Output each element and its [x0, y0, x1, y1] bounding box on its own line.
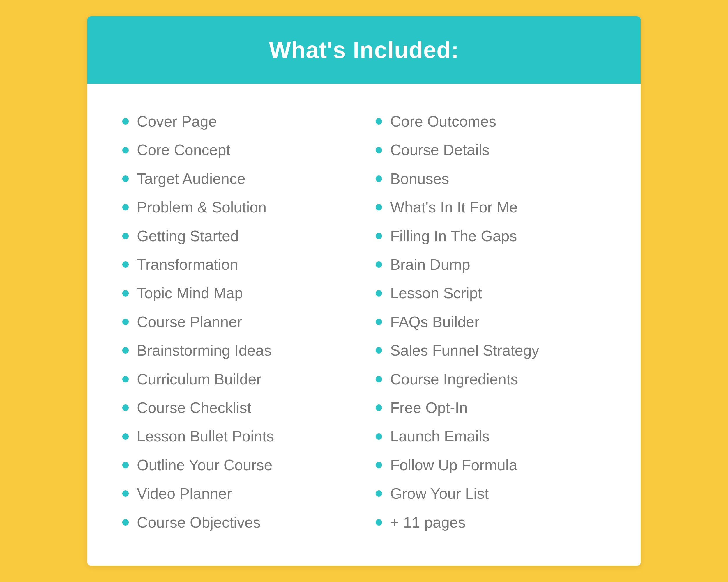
list-item: Follow Up Formula	[375, 451, 606, 479]
item-label: Core Concept	[137, 141, 230, 159]
bullet-icon	[122, 233, 129, 239]
bullet-icon	[122, 519, 129, 526]
item-label: Course Checklist	[137, 399, 251, 417]
bullet-icon	[122, 261, 129, 268]
item-label: What's In It For Me	[390, 198, 518, 216]
bullet-icon	[122, 175, 129, 182]
list-item: Launch Emails	[375, 422, 606, 450]
list-item: Lesson Bullet Points	[122, 422, 353, 450]
list-item: Grow Your List	[375, 479, 606, 508]
list-item: Outline Your Course	[122, 451, 353, 479]
bullet-icon	[375, 261, 382, 268]
left-column: Cover PageCore ConceptTarget AudiencePro…	[122, 107, 353, 536]
list-item: Filling In The Gaps	[375, 222, 606, 250]
bullet-icon	[375, 490, 382, 497]
item-label: Outline Your Course	[137, 456, 272, 474]
bullet-icon	[122, 433, 129, 440]
list-item: What's In It For Me	[375, 193, 606, 221]
item-label: Getting Started	[137, 227, 239, 245]
list-item: Course Objectives	[122, 508, 353, 536]
bullet-icon	[122, 318, 129, 325]
list-item: Brain Dump	[375, 250, 606, 279]
bullet-icon	[122, 290, 129, 297]
item-label: Course Ingredients	[390, 370, 518, 388]
item-label: Free Opt-In	[390, 399, 468, 417]
item-label: Course Details	[390, 141, 490, 159]
list-item: Bonuses	[375, 164, 606, 193]
item-label: Video Planner	[137, 484, 232, 503]
list-item: FAQs Builder	[375, 308, 606, 336]
item-label: Target Audience	[137, 170, 245, 188]
bullet-icon	[375, 462, 382, 468]
right-column: Core OutcomesCourse DetailsBonusesWhat's…	[375, 107, 606, 536]
bullet-icon	[375, 118, 382, 124]
bullet-icon	[375, 318, 382, 325]
bullet-icon	[375, 405, 382, 411]
item-label: FAQs Builder	[390, 313, 479, 331]
item-label: Launch Emails	[390, 427, 490, 445]
item-label: + 11 pages	[390, 513, 466, 531]
bullet-icon	[122, 347, 129, 354]
bullet-icon	[375, 376, 382, 382]
item-label: Problem & Solution	[137, 198, 266, 216]
item-label: Course Objectives	[137, 513, 261, 531]
item-label: Lesson Bullet Points	[137, 427, 274, 445]
list-item: Topic Mind Map	[122, 279, 353, 307]
list-item: Course Ingredients	[375, 365, 606, 393]
list-item: Video Planner	[122, 479, 353, 508]
item-label: Grow Your List	[390, 484, 489, 503]
list-item: Curriculum Builder	[122, 365, 353, 393]
bullet-icon	[375, 204, 382, 211]
bullet-icon	[122, 490, 129, 497]
card-body: Cover PageCore ConceptTarget AudiencePro…	[87, 84, 641, 566]
list-item: Sales Funnel Strategy	[375, 336, 606, 365]
bullet-icon	[375, 347, 382, 354]
bullet-icon	[122, 462, 129, 468]
list-item: Target Audience	[122, 164, 353, 193]
item-label: Course Planner	[137, 313, 242, 331]
list-item: Lesson Script	[375, 279, 606, 307]
item-label: Transformation	[137, 255, 238, 274]
list-item: Course Checklist	[122, 393, 353, 422]
item-label: Follow Up Formula	[390, 456, 517, 474]
item-label: Lesson Script	[390, 284, 482, 302]
bullet-icon	[375, 519, 382, 526]
list-item: Core Concept	[122, 136, 353, 164]
list-item: Free Opt-In	[375, 393, 606, 422]
bullet-icon	[375, 433, 382, 440]
item-label: Curriculum Builder	[137, 370, 261, 388]
item-label: Bonuses	[390, 170, 449, 188]
list-item: Brainstorming Ideas	[122, 336, 353, 365]
bullet-icon	[375, 175, 382, 182]
list-item: Course Planner	[122, 308, 353, 336]
list-item: + 11 pages	[375, 508, 606, 536]
page-title: What's Included:	[111, 37, 617, 63]
item-label: Sales Funnel Strategy	[390, 341, 539, 359]
list-item: Getting Started	[122, 222, 353, 250]
item-label: Topic Mind Map	[137, 284, 243, 302]
list-item: Transformation	[122, 250, 353, 279]
bullet-icon	[122, 405, 129, 411]
bullet-icon	[122, 118, 129, 124]
bullet-icon	[375, 233, 382, 239]
list-item: Course Details	[375, 136, 606, 164]
bullet-icon	[375, 147, 382, 154]
card-header: What's Included:	[87, 16, 641, 84]
bullet-icon	[122, 204, 129, 211]
item-label: Brainstorming Ideas	[137, 341, 271, 359]
item-label: Brain Dump	[390, 255, 470, 274]
list-item: Cover Page	[122, 107, 353, 136]
main-card: What's Included: Cover PageCore ConceptT…	[87, 16, 641, 566]
item-label: Cover Page	[137, 112, 217, 130]
bullet-icon	[122, 376, 129, 382]
bullet-icon	[375, 290, 382, 297]
list-item: Core Outcomes	[375, 107, 606, 136]
list-item: Problem & Solution	[122, 193, 353, 221]
bullet-icon	[122, 147, 129, 154]
item-label: Core Outcomes	[390, 112, 496, 130]
item-label: Filling In The Gaps	[390, 227, 517, 245]
